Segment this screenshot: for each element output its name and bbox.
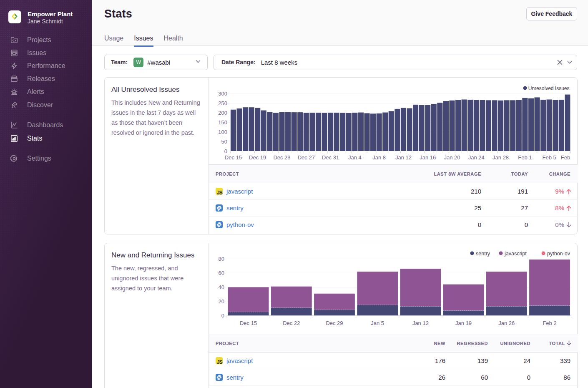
svg-text:Dec 15: Dec 15: [225, 154, 242, 161]
svg-text:Feb 2: Feb 2: [543, 320, 556, 326]
svg-text:Unresolved Issues: Unresolved Issues: [528, 86, 570, 91]
svg-text:200: 200: [218, 110, 227, 116]
svg-text:Dec 27: Dec 27: [298, 154, 315, 161]
svg-text:300: 300: [218, 91, 227, 97]
svg-text:Jan 8: Jan 8: [372, 154, 386, 161]
svg-text:python-ov: python-ov: [547, 251, 570, 257]
svg-text:0: 0: [224, 148, 227, 154]
svg-text:Jan 28: Jan 28: [493, 154, 509, 161]
svg-text:80: 80: [219, 256, 224, 262]
svg-text:60: 60: [219, 270, 224, 276]
svg-text:40: 40: [219, 284, 224, 290]
svg-text:Jan 26: Jan 26: [498, 320, 515, 326]
svg-text:50: 50: [221, 139, 227, 145]
svg-text:Dec 29: Dec 29: [326, 320, 343, 326]
svg-text:Jan 20: Jan 20: [444, 154, 460, 161]
svg-text:javascript: javascript: [504, 251, 527, 257]
svg-text:150: 150: [218, 119, 227, 126]
svg-text:Jan 5: Jan 5: [371, 320, 384, 326]
svg-text:Jan 19: Jan 19: [455, 320, 472, 326]
svg-text:250: 250: [218, 100, 227, 106]
svg-text:Jan 4: Jan 4: [348, 154, 362, 161]
svg-text:Dec 31: Dec 31: [322, 154, 339, 161]
svg-text:Jan 12: Jan 12: [412, 320, 429, 326]
svg-text:Dec 23: Dec 23: [273, 154, 290, 161]
svg-text:Feb 1: Feb 1: [518, 154, 532, 161]
svg-text:sentry: sentry: [476, 251, 490, 257]
svg-text:Feb: Feb: [561, 154, 570, 161]
svg-text:Dec 22: Dec 22: [283, 320, 300, 326]
svg-text:0: 0: [221, 312, 224, 319]
svg-text:Dec 15: Dec 15: [240, 320, 257, 326]
svg-text:Jan 24: Jan 24: [468, 154, 485, 161]
svg-text:Feb 5: Feb 5: [542, 154, 556, 161]
svg-text:20: 20: [219, 298, 224, 305]
svg-text:100: 100: [218, 129, 227, 135]
svg-text:Dec 19: Dec 19: [249, 154, 266, 161]
svg-text:Jan 12: Jan 12: [395, 154, 412, 161]
svg-text:Jan 16: Jan 16: [420, 154, 436, 161]
